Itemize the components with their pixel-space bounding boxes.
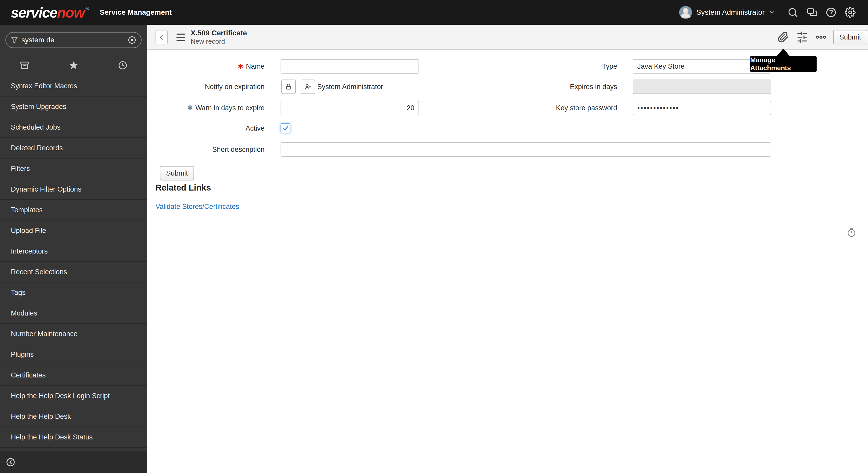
sidebar-item[interactable]: Recent Selections xyxy=(0,262,147,282)
back-chevron-icon xyxy=(158,33,165,41)
top-right-cluster: System Administrator xyxy=(679,6,868,19)
sidebar-item-label: Templates xyxy=(11,206,43,214)
favorites-star-icon xyxy=(69,60,79,70)
active-checkbox[interactable] xyxy=(281,124,290,133)
record-subtitle: New record xyxy=(191,37,247,45)
add-me-button[interactable] xyxy=(301,79,315,94)
sidebar-item[interactable]: Syntax Editor Macros xyxy=(0,76,147,97)
sidebar-item[interactable]: Interceptors xyxy=(0,241,147,262)
record-title-block: X.509 Certificate New record xyxy=(191,29,247,45)
name-input[interactable] xyxy=(281,59,419,74)
user-name: System Administrator xyxy=(696,8,765,16)
tooltip-text: Manage Attachments xyxy=(750,56,816,72)
logo-service-text: service xyxy=(11,4,57,21)
warn-in-days-label: ✱Warn in days to expire xyxy=(163,101,265,115)
sidebar-footer xyxy=(0,451,147,473)
search-icon[interactable] xyxy=(787,7,798,18)
expires-in-days-input xyxy=(633,79,771,94)
sidebar-item[interactable]: Modules xyxy=(0,303,147,324)
sidebar-item-label: Help the Help Desk xyxy=(11,413,71,420)
key-store-password-label: Key store password xyxy=(509,101,617,115)
sidebar-item[interactable]: Tags xyxy=(0,282,147,303)
submit-button-toolbar[interactable]: Submit xyxy=(833,30,867,44)
filled-required-marker-icon: ✱ xyxy=(187,104,193,112)
sidebar-item-label: Filters xyxy=(11,165,30,172)
sidebar-item[interactable]: Plugins xyxy=(0,344,147,365)
sidebar-item[interactable]: Upload File xyxy=(0,221,147,241)
sidebar-item-label: Number Maintenance xyxy=(11,330,78,338)
sidebar-item-label: Syntax Editor Macros xyxy=(11,82,77,90)
active-label: Active xyxy=(163,121,265,136)
submit-button-form[interactable]: Submit xyxy=(160,166,194,180)
sidebar-item-label: Tags xyxy=(11,289,26,296)
clear-filter-icon[interactable] xyxy=(128,36,136,44)
notify-on-expiration-label: Notify on expiration xyxy=(163,79,265,94)
sidebar-item-label: Help the Help Desk Login Script xyxy=(11,392,110,400)
notify-on-expiration-value: System Administrator xyxy=(317,79,383,94)
filter-navigator-input[interactable] xyxy=(22,36,125,44)
sidebar-item[interactable]: Help the Help Desk xyxy=(0,406,147,427)
sidebar-item[interactable]: Templates xyxy=(0,200,147,221)
unlock-field-button[interactable] xyxy=(281,79,296,94)
avatar xyxy=(679,6,692,19)
related-link[interactable]: Validate Stores/Certificates xyxy=(156,201,239,212)
related-links-heading: Related Links xyxy=(156,183,211,193)
sidebar-item[interactable]: Help the Help Desk Login Script xyxy=(0,386,147,406)
add-user-icon xyxy=(304,83,312,90)
sidebar-item-label: Upload File xyxy=(11,227,46,234)
response-time-stopwatch-icon[interactable] xyxy=(846,227,857,238)
warn-in-days-input[interactable] xyxy=(281,101,419,115)
back-button[interactable] xyxy=(156,30,168,44)
sidebar-item-label: System Upgrades xyxy=(11,103,66,110)
short-description-input[interactable] xyxy=(281,142,771,157)
tab-favorites[interactable] xyxy=(49,56,98,75)
navigator-filter xyxy=(5,32,142,48)
required-marker-icon: ✱ xyxy=(238,63,243,70)
related-links-list: Validate Stores/Certificates xyxy=(156,201,239,212)
short-description-label: Short description xyxy=(163,142,265,157)
servicenow-logo[interactable]: servicenow® xyxy=(11,4,89,21)
sidebar-item[interactable]: Certificates xyxy=(0,365,147,386)
help-icon[interactable] xyxy=(826,7,836,18)
sidebar-item[interactable]: Number Maintenance xyxy=(0,324,147,344)
sidebar-item-label: Recent Selections xyxy=(11,268,67,276)
sidebar-item[interactable]: System Upgrades xyxy=(0,97,147,117)
caret-down-icon xyxy=(769,9,776,16)
context-menu-icon[interactable] xyxy=(177,34,185,41)
navigator-tabs xyxy=(0,56,147,75)
logo-trademark: ® xyxy=(86,6,89,12)
sidebar-item-label: Scheduled Jobs xyxy=(11,124,60,131)
filter-funnel-icon xyxy=(10,36,18,44)
sidebar-menu: Syntax Editor Macros System Upgrades Sch… xyxy=(0,76,147,448)
manage-attachments-tooltip: Manage Attachments xyxy=(750,56,816,72)
top-header: servicenow® Service Management System Ad… xyxy=(0,0,868,25)
application-navigator: Syntax Editor Macros System Upgrades Sch… xyxy=(0,25,147,473)
main-content: X.509 Certificate New record Submit Mana… xyxy=(147,25,868,473)
tab-history[interactable] xyxy=(98,56,147,75)
sidebar-item[interactable]: Help the Help Desk Status xyxy=(0,427,147,448)
more-options-icon[interactable] xyxy=(815,32,827,43)
checkmark-icon xyxy=(282,125,289,132)
personalize-sliders-icon[interactable] xyxy=(797,32,808,43)
key-store-password-input[interactable] xyxy=(633,101,771,115)
gear-icon[interactable] xyxy=(845,7,856,18)
record-title: X.509 Certificate xyxy=(191,29,247,37)
sidebar-item-label: Help the Help Desk Status xyxy=(11,433,93,441)
attachments-paperclip-icon[interactable] xyxy=(778,32,789,43)
applications-tab-icon xyxy=(20,60,29,70)
collapse-circle-icon[interactable] xyxy=(6,457,16,467)
sidebar-item[interactable]: Scheduled Jobs xyxy=(0,117,147,138)
sidebar-item-label: Interceptors xyxy=(11,247,48,255)
logo-now-text: now xyxy=(57,4,85,21)
record-toolbar: X.509 Certificate New record Submit xyxy=(147,25,868,50)
tab-all-applications[interactable] xyxy=(0,56,49,75)
sidebar-item-label: Modules xyxy=(11,309,37,317)
user-menu[interactable]: System Administrator xyxy=(679,6,776,19)
sidebar-item[interactable]: Filters xyxy=(0,159,147,179)
lock-icon xyxy=(285,83,292,90)
connect-chat-icon[interactable] xyxy=(807,7,817,18)
servicenow-screen: { "app": { "logo_service": "service", "l… xyxy=(0,0,868,473)
sidebar-item[interactable]: Deleted Records xyxy=(0,138,147,159)
sidebar-item[interactable]: Dynamic Filter Options xyxy=(0,179,147,200)
expires-in-days-label: Expires in days xyxy=(509,79,617,94)
